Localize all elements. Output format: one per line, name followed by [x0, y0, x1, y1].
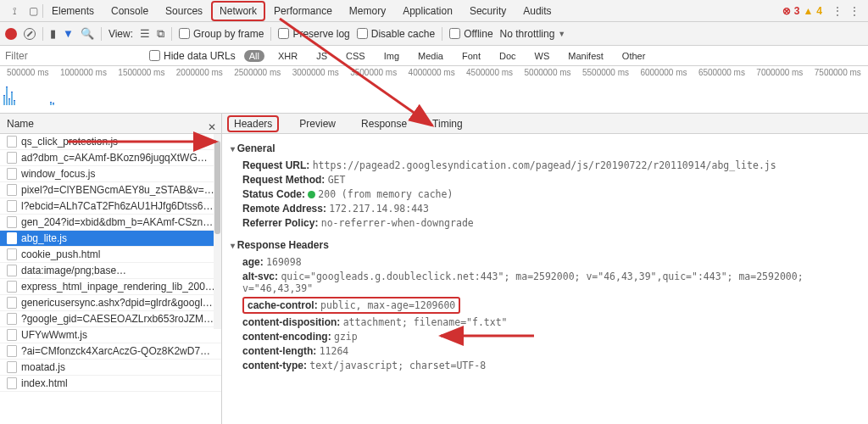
request-row[interactable]: cookie_push.html — [0, 247, 221, 263]
file-icon — [7, 168, 17, 180]
tick: 3000000 ms — [292, 68, 339, 77]
request-name: pixel?d=ClYBENGcmAEY8u_zSTAB&v=… — [21, 184, 214, 196]
kv-age: age: 169098 — [242, 256, 860, 268]
request-row[interactable]: gen_204?id=xbid&dbm_b=AKAmf-CSzn… — [0, 215, 221, 231]
section-response-headers[interactable]: Response Headers — [231, 239, 860, 251]
preserve-log-label: Preserve log — [292, 28, 349, 40]
kv-content-length: content-length: 11264 — [242, 345, 860, 357]
request-row[interactable]: ?google_gid=CAESEOAZLrxb653roJZM… — [0, 311, 221, 327]
search-icon[interactable]: 🔍 — [81, 27, 94, 40]
request-row[interactable]: ad?dbm_c=AKAmf-BKozn96jugqXtWG… — [0, 150, 221, 166]
request-row[interactable]: express_html_inpage_rendering_lib_200… — [0, 279, 221, 295]
filter-manifest[interactable]: Manifest — [563, 50, 609, 62]
record-button[interactable] — [5, 28, 17, 40]
filter-css[interactable]: CSS — [341, 50, 370, 62]
filter-font[interactable]: Font — [457, 50, 486, 62]
timeline-bars — [3, 86, 55, 108]
preserve-log-checkbox[interactable]: Preserve log — [278, 28, 349, 40]
scrollbar[interactable] — [214, 134, 221, 329]
file-icon — [7, 232, 17, 244]
error-badges[interactable]: ⊗3 ▲4 — [782, 5, 829, 17]
tab-sources[interactable]: Sources — [157, 1, 211, 21]
request-row[interactable]: l?ebcid=ALh7CaT2Fh6zAU1HJfg6Dtss6… — [0, 198, 221, 215]
section-general[interactable]: General — [231, 142, 860, 154]
timeline-overview[interactable]: 500000 ms 1000000 ms 1500000 ms 2000000 … — [0, 66, 868, 114]
error-icon: ⊗ — [782, 5, 791, 17]
file-icon — [7, 377, 17, 389]
tab-console[interactable]: Console — [103, 1, 157, 21]
detail-tab-response[interactable]: Response — [356, 116, 412, 131]
disable-cache-checkbox[interactable]: Disable cache — [357, 28, 435, 40]
view-label: View: — [108, 28, 133, 40]
clear-button[interactable] — [24, 28, 36, 40]
tab-application[interactable]: Application — [394, 1, 461, 21]
disable-cache-label: Disable cache — [371, 28, 435, 40]
divider — [42, 27, 43, 41]
tick: 6000000 ms — [640, 68, 687, 77]
inspect-icon[interactable]: ⟟ — [5, 5, 24, 17]
tab-audits[interactable]: Audits — [515, 1, 559, 21]
filter-js[interactable]: JS — [311, 50, 332, 62]
request-row[interactable]: genericusersync.ashx?dpid=glrdr&googl… — [0, 295, 221, 311]
offline-checkbox[interactable]: Offline — [449, 28, 492, 40]
request-name: ?google_gid=CAESEOAZLrxb653roJZM… — [21, 313, 214, 325]
tab-elements[interactable]: Elements — [43, 1, 103, 21]
divider — [270, 27, 271, 41]
request-row[interactable]: data:image/png;base… — [0, 263, 221, 279]
tab-memory[interactable]: Memory — [341, 1, 394, 21]
tick: 1000000 ms — [60, 68, 107, 77]
divider — [101, 27, 102, 41]
file-icon — [7, 281, 17, 293]
details-content: General Request URL: https://pagead2.goo… — [222, 134, 868, 382]
request-row[interactable]: ?ai=CMfonzck4XarcAczG-QOz8K2wD7… — [0, 343, 221, 360]
filter-input[interactable] — [5, 50, 141, 62]
file-icon — [7, 265, 17, 276]
error-count: 3 — [794, 5, 800, 17]
request-row[interactable]: qs_click_protection.js — [0, 134, 221, 150]
hide-data-urls-label: Hide data URLs — [164, 50, 236, 62]
filter-media[interactable]: Media — [413, 50, 448, 62]
filter-icon[interactable]: ▼ — [63, 27, 74, 40]
request-row[interactable]: window_focus.js — [0, 166, 221, 182]
chevron-down-icon: ▼ — [558, 30, 565, 38]
request-row[interactable]: UFYwWwmt.js — [0, 327, 221, 343]
tick: 2500000 ms — [234, 68, 281, 77]
tab-performance[interactable]: Performance — [265, 1, 341, 21]
request-row[interactable]: moatad.js — [0, 360, 221, 376]
view-frame-icon[interactable]: ⧉ — [157, 27, 164, 41]
request-row[interactable]: abg_lite.js — [0, 231, 221, 247]
dock-icon[interactable]: ⋮ — [846, 5, 863, 17]
filter-ws[interactable]: WS — [530, 50, 555, 62]
filter-other[interactable]: Other — [617, 50, 651, 62]
network-toolbar: ▮ ▼ 🔍 View: ☰ ⧉ Group by frame Preserve … — [0, 22, 868, 46]
detail-tab-preview[interactable]: Preview — [294, 116, 341, 131]
request-row[interactable]: pixel?d=ClYBENGcmAEY8u_zSTAB&v=… — [0, 182, 221, 198]
detail-tab-bar: Headers Preview Response Timing — [222, 114, 868, 134]
details-pane: Headers Preview Response Timing General … — [222, 114, 868, 424]
request-row[interactable]: index.html — [0, 376, 221, 392]
tab-security[interactable]: Security — [461, 1, 515, 21]
request-name: genericusersync.ashx?dpid=glrdr&googl… — [21, 297, 213, 309]
detail-tab-timing[interactable]: Timing — [427, 116, 468, 131]
filter-bar: Hide data URLs All XHR JS CSS Img Media … — [0, 46, 868, 66]
filter-xhr[interactable]: XHR — [273, 50, 303, 62]
kv-cache-control: cache-control: public, max-age=1209600 — [242, 297, 860, 314]
camera-icon[interactable]: ▮ — [50, 27, 56, 40]
tick: 4000000 ms — [409, 68, 455, 77]
filter-all[interactable]: All — [244, 50, 264, 62]
filter-img[interactable]: Img — [379, 50, 404, 62]
divider — [442, 27, 442, 41]
device-toggle-icon[interactable]: ▢ — [24, 5, 42, 17]
kebab-menu-icon[interactable]: ⋮ — [829, 5, 846, 17]
scrollbar-thumb[interactable] — [214, 141, 220, 234]
hide-data-urls-checkbox[interactable]: Hide data URLs — [149, 50, 236, 62]
throttling-select[interactable]: No throttling ▼ — [500, 28, 566, 40]
filter-doc[interactable]: Doc — [494, 50, 521, 62]
group-by-frame-checkbox[interactable]: Group by frame — [179, 28, 264, 40]
view-list-icon[interactable]: ☰ — [140, 27, 150, 40]
file-icon — [7, 200, 17, 212]
name-column-header[interactable]: Name ✕ — [0, 114, 221, 134]
tab-network[interactable]: Network — [211, 1, 265, 21]
detail-tab-headers[interactable]: Headers — [227, 115, 279, 132]
tick: 2000000 ms — [176, 68, 223, 77]
